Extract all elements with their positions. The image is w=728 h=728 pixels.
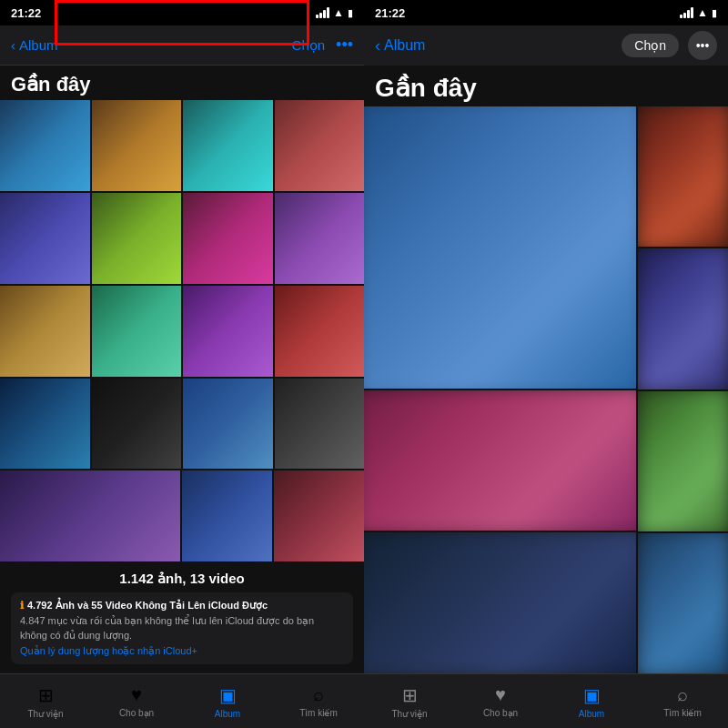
photo-cell-10[interactable] [92,286,182,377]
photo-cell-5[interactable] [0,193,90,284]
right-back-button[interactable]: ‹ Album [375,36,425,56]
left-nav-bar: ‹ Album Chọn ••• [0,25,364,66]
photo-1 [0,100,90,191]
right-photo-main-mid[interactable] [364,390,636,531]
photo-cell-15[interactable] [183,379,273,470]
left-time: 21:22 [11,6,41,20]
photo-cell-12[interactable] [275,286,365,377]
photo-17 [0,470,180,561]
photo-cell-17[interactable] [0,470,180,561]
right-photo-side-bot-img [638,533,729,673]
left-tab-library-icon: ⊞ [38,684,54,706]
right-tab-library[interactable]: ⊞ Thư viện [364,674,455,728]
photo-count-label: 1.142 ảnh, 13 video [11,571,353,587]
left-signal-icon [316,7,329,18]
right-chon-button[interactable]: Chọn [622,34,679,57]
left-tab-album-label: Album [215,709,240,719]
right-photo-side-top-img [638,106,729,247]
photo-cell-13[interactable] [0,379,90,470]
right-tab-library-label: Thư viện [391,709,427,719]
left-tab-foryou-label: Cho bạn [119,708,154,718]
right-photo-main-mid-img [364,390,636,531]
left-tab-album-icon: ▣ [219,684,237,706]
left-status-icons: ▲ ▮ [316,6,353,19]
right-photo-side-mid1[interactable] [638,248,729,389]
photo-cell-19[interactable] [274,470,364,561]
left-tab-search-label: Tìm kiếm [299,708,338,718]
photo-19 [274,470,364,561]
left-chon-button[interactable]: Chọn [292,37,326,54]
left-section-title: Gần đây [0,66,364,100]
left-back-button[interactable]: ‹ Album [11,37,58,53]
photo-cell-11[interactable] [183,286,273,377]
left-tab-library[interactable]: ⊞ Thư viện [0,674,91,728]
photo-16 [275,379,365,470]
left-back-chevron: ‹ [11,37,15,53]
right-more-button[interactable]: ••• [688,31,717,60]
left-tab-search-icon: ⌕ [313,684,324,705]
photo-cell-1[interactable] [0,100,90,191]
right-photo-main-bot-img [364,532,636,673]
right-tab-foryou-icon: ♥ [495,684,506,705]
right-wifi-icon: ▲ [697,6,708,19]
right-photo-main-top-img [364,106,636,389]
right-photo-main-top[interactable] [364,106,636,389]
photo-6 [92,193,182,284]
photo-4 [275,100,365,191]
right-back-chevron: ‹ [375,36,380,56]
left-tab-foryou[interactable]: ♥ Cho bạn [91,674,182,728]
photo-cell-6[interactable] [92,193,182,284]
right-tab-foryou[interactable]: ♥ Cho bạn [455,674,546,728]
photo-cell-9[interactable] [0,286,90,377]
left-status-bar: 21:22 ▲ ▮ [0,0,364,25]
photo-2 [92,100,182,191]
left-wifi-icon: ▲ [333,6,344,19]
right-photo-side-mid2[interactable] [638,391,729,531]
right-photo-side-mid2-img [638,391,729,531]
right-panel: 21:22 ▲ ▮ ‹ Album Chọn ••• Gần đây [364,0,728,728]
photo-cell-8[interactable] [275,193,365,284]
left-back-label: Album [19,37,58,53]
warning-link[interactable]: Quản lý dung lượng hoặc nhận iCloud+ [20,645,344,657]
left-info-area: 1.142 ảnh, 13 video ℹ 4.792 Ảnh và 55 Vi… [0,561,364,673]
right-section-title: Gần đây [364,66,728,106]
right-photo-side-top[interactable] [638,106,729,247]
photo-cell-18[interactable] [182,470,272,561]
right-nav-bar: ‹ Album Chọn ••• [364,25,728,66]
left-more-button[interactable]: ••• [336,35,353,55]
photo-cell-4[interactable] [275,100,365,191]
photo-cell-3[interactable] [183,100,273,191]
photo-18 [182,470,272,561]
right-tab-search[interactable]: ⌕ Tìm kiếm [637,674,728,728]
warning-title: ℹ 4.792 Ảnh và 55 Video Không Tải Lên iC… [20,600,344,612]
warning-icon: ℹ [20,600,24,612]
right-tab-search-label: Tìm kiếm [663,708,702,718]
left-battery-icon: ▮ [348,7,353,19]
right-tab-album-label: Album [579,709,604,719]
photo-10 [92,286,182,377]
photo-8 [275,193,365,284]
right-tab-bar: ⊞ Thư viện ♥ Cho bạn ▣ Album ⌕ Tìm kiếm [364,673,728,728]
warning-box: ℹ 4.792 Ảnh và 55 Video Không Tải Lên iC… [11,592,353,664]
right-tab-search-icon: ⌕ [677,684,688,705]
photo-11 [183,286,273,377]
right-battery-icon: ▮ [712,7,717,19]
right-photo-main-bot[interactable] [364,532,636,673]
right-time: 21:22 [375,6,405,20]
left-tab-album[interactable]: ▣ Album [182,674,273,728]
photo-cell-16[interactable] [275,379,365,470]
photo-cell-7[interactable] [183,193,273,284]
photo-cell-14[interactable] [92,379,182,470]
right-photo-side-bot[interactable] [638,533,729,673]
warning-text: 4.847 mục vừa rồi của bạn không thể lưu … [20,614,344,642]
right-tab-album[interactable]: ▣ Album [546,674,637,728]
left-tab-search[interactable]: ⌕ Tìm kiếm [273,674,364,728]
photo-9 [0,286,90,377]
photo-cell-2[interactable] [92,100,182,191]
right-tab-album-icon: ▣ [583,684,601,706]
photo-3 [183,100,273,191]
photo-5 [0,193,90,284]
right-photo-area [364,106,728,673]
photo-12 [275,286,365,377]
photo-13 [0,379,90,470]
